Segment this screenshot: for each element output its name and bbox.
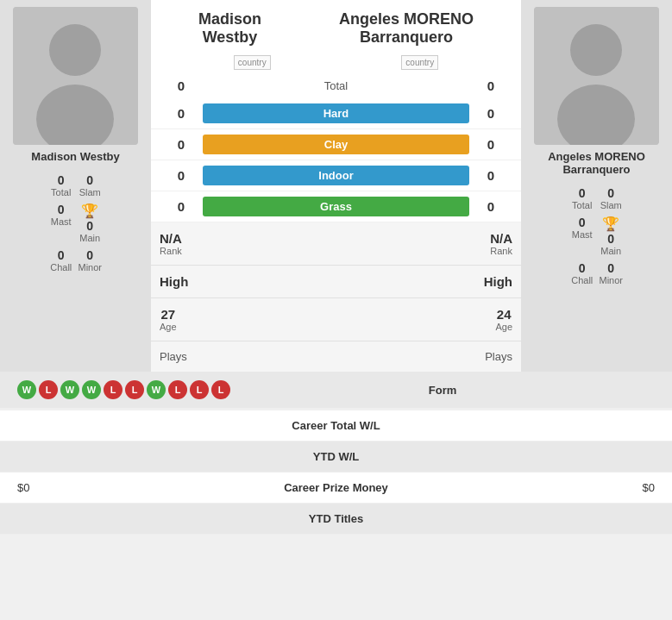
right-player-panel: Angeles MORENO Barranquero 0 Total 0 Sla… [521, 0, 672, 372]
comparison-row-2: $0Career Prize Money$0 [0, 473, 672, 504]
player1-slam-label: Slam [79, 187, 101, 197]
player2-chall-stat: 0 Chall [570, 261, 594, 285]
trophy1-icon: 🏆 [81, 203, 98, 219]
player1-total-stat: 0 Total [49, 173, 73, 197]
player1-avatar [13, 7, 138, 145]
player2-minor-stat: 0 Minor [600, 261, 624, 285]
comparison-right-2: $0 [525, 481, 655, 494]
clay-score-row: 0 Clay 0 [151, 129, 521, 160]
player1-country: country [234, 55, 271, 70]
p1-age-label: Age [160, 322, 177, 332]
p2-high-value: High [484, 274, 512, 289]
hard-left-score: 0 [168, 106, 194, 121]
player2-main-label: Main [600, 246, 621, 256]
main-container: Madison Westby 0 Total 0 Slam 0 Mast 🏆 0 [0, 0, 672, 535]
form-badge-7: L [168, 380, 187, 399]
player1-slam-value: 0 [86, 173, 93, 187]
p2-age-detail: 24 Age [495, 307, 512, 332]
player2-name: Angeles MORENO Barranquero [528, 150, 665, 176]
player2-mast-label: Mast [572, 229, 593, 240]
player2-mast-stat: 0 Mast [570, 216, 594, 256]
indoor-left-score: 0 [168, 168, 194, 183]
form-badge-9: L [211, 380, 230, 399]
form-badge-3: W [82, 380, 101, 399]
player1-mast-label: Mast [51, 216, 72, 227]
p1-high-value: High [160, 274, 188, 289]
player1-total-label: Total [51, 187, 71, 197]
indoor-right-score: 0 [478, 168, 504, 183]
form-badge-1: L [39, 380, 58, 399]
player1-stats: 0 Total 0 Slam 0 Mast 🏆 0 Main 0 [49, 173, 102, 272]
player2-total-stat: 0 Total [570, 186, 594, 210]
player1-total-value: 0 [58, 173, 65, 187]
detail-row-high: High High [151, 265, 521, 297]
p1-age-value: 27 [160, 307, 177, 322]
p1-high-detail: High [160, 274, 188, 289]
p2-name-line2: Barranquero [360, 28, 453, 46]
form-section: WLWWLLWLLL Form [0, 372, 672, 409]
p2-age-label: Age [495, 322, 512, 332]
p2-rank-detail: N/A Rank [490, 231, 512, 256]
comparison-row-3: YTD Titles [0, 504, 672, 535]
p2-rank-value: N/A [490, 231, 512, 246]
player2-avatar [534, 7, 659, 145]
comparison-label-3: YTD Titles [147, 512, 525, 525]
clay-left-score: 0 [168, 137, 194, 152]
grass-badge: Grass [203, 197, 469, 216]
comparison-row-1: YTD W/L [0, 442, 672, 473]
player2-mast-value: 0 [579, 216, 586, 229]
form-badge-0: W [17, 380, 36, 399]
p1-rank-label: Rank [160, 246, 182, 256]
player2-minor-label: Minor [600, 275, 624, 285]
form-badge-6: W [147, 380, 166, 399]
p2-plays-detail: Plays [485, 350, 512, 363]
player1-name-center: Madison Westby [198, 10, 261, 47]
p1-rank-detail: N/A Rank [160, 231, 182, 256]
total-score-row: 0 Total 0 [151, 73, 521, 98]
player2-stats: 0 Total 0 Slam 0 Mast 🏆 0 Main 0 [570, 186, 623, 285]
p1-plays-value: Plays [160, 350, 187, 363]
player2-main-value: 0 [607, 232, 614, 246]
hard-score-row: 0 Hard 0 [151, 98, 521, 129]
player2-total-label: Total [572, 200, 592, 210]
p2-high-detail: High [484, 274, 512, 289]
player1-trophy: 🏆 0 Main [79, 203, 103, 243]
p1-name-line2: Westby [203, 28, 258, 46]
form-badge-4: L [104, 380, 122, 399]
p2-age-value: 24 [495, 307, 512, 322]
player1-mast-value: 0 [58, 203, 65, 216]
trophy2-icon: 🏆 [602, 216, 619, 232]
player1-main-value: 0 [86, 219, 93, 233]
player1-chall-stat: 0 Chall [49, 248, 73, 272]
p2-name-line1: Angeles MORENO [339, 10, 474, 28]
player1-minor-value: 0 [86, 248, 93, 262]
total-right-score: 0 [478, 78, 504, 93]
player1-chall-label: Chall [50, 262, 72, 272]
comparison-label-0: Career Total W/L [147, 419, 525, 432]
player2-slam-stat: 0 Slam [600, 186, 624, 210]
player1-chall-value: 0 [58, 248, 65, 262]
player2-chall-value: 0 [579, 261, 586, 275]
player2-slam-value: 0 [607, 186, 614, 200]
player1-minor-label: Minor [79, 262, 103, 272]
comparison-label-1: YTD W/L [147, 450, 525, 463]
hard-right-score: 0 [478, 106, 504, 121]
form-label: Form [230, 384, 655, 397]
detail-row-plays: Plays Plays [151, 341, 521, 372]
detail-row-age: 27 Age 24 Age [151, 297, 521, 341]
comparison-left-2: $0 [17, 481, 147, 494]
player2-chall-label: Chall [571, 275, 593, 285]
svg-point-4 [570, 24, 622, 76]
player1-slam-stat: 0 Slam [79, 173, 103, 197]
left-player-panel: Madison Westby 0 Total 0 Slam 0 Mast 🏆 0 [0, 0, 151, 372]
clay-badge: Clay [203, 135, 469, 154]
player1-main-label: Main [79, 233, 100, 243]
player2-name-center: Angeles MORENO Barranquero [339, 10, 474, 47]
indoor-badge: Indoor [203, 166, 469, 185]
detail-row-rank-high: N/A Rank N/A Rank [151, 222, 521, 265]
center-names: Madison Westby Angeles MORENO Barranquer… [151, 0, 521, 52]
grass-right-score: 0 [478, 199, 504, 214]
total-label: Total [194, 79, 478, 92]
p1-name-line1: Madison [198, 10, 261, 28]
svg-point-1 [49, 24, 101, 76]
